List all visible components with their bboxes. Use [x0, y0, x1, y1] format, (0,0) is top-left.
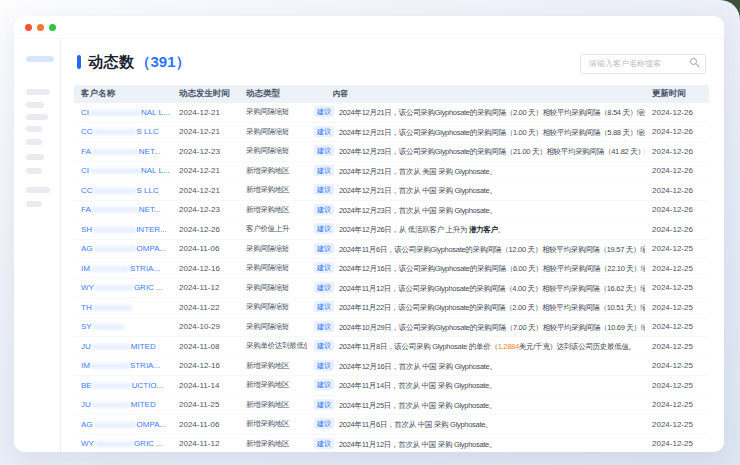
suggestion-badge: 建议	[314, 360, 334, 371]
main-content: 动态数 （391） 客户名称 动态发生时间 动态类型 内容 更新时间	[61, 39, 724, 452]
table-row: THxxxxxxxxxx2024-11-22采购间隔缩短建议2024年11月22…	[74, 298, 709, 318]
table-row: CCxxxxxxxxxxxS LLC2024-12-21新增采购地区建议2024…	[74, 181, 709, 201]
sidebar-menu	[26, 56, 60, 207]
customer-name-link[interactable]: AGxxxxxxxxxxxOMPA...	[81, 244, 166, 253]
redacted-name-segment: xxxxxxxxxx	[92, 303, 132, 312]
event-time-cell: 2024-12-21	[172, 127, 239, 136]
bold-text: 潜力客户	[469, 225, 498, 234]
customer-name-link[interactable]: CIxxxxxxxxxxxxxNAL L...	[81, 166, 170, 175]
sidebar-item[interactable]	[26, 114, 48, 120]
update-time-cell: 2024-12-25	[645, 361, 709, 370]
update-time-cell: 2024-12-26	[645, 108, 709, 117]
customer-name-link[interactable]: THxxxxxxxxxx	[81, 303, 132, 312]
customer-name-link[interactable]: WYxxxxxxxxxxGRIC ...	[81, 283, 163, 292]
content-cell: 建议2024年12月16日，首次从 中国 采购 Glyphosate。	[307, 360, 645, 372]
content-cell: 建议2024年11月12日，该公司采购Glyphosate的采购间隔（4.00 …	[307, 282, 645, 294]
minimize-button[interactable]	[37, 24, 44, 31]
table-row: AGxxxxxxxxxxxOMPA...2024-11-06采购间隔缩短建议20…	[74, 240, 709, 260]
suggestion-badge: 建议	[314, 126, 334, 137]
sidebar-item-active[interactable]	[26, 56, 54, 62]
sidebar-item[interactable]	[26, 89, 50, 95]
suggestion-badge: 建议	[314, 145, 334, 156]
customer-name-link[interactable]: FAxxxxxxxxxxxxNET...	[81, 147, 161, 156]
redacted-name-segment: xxxxxxxxxx	[94, 439, 134, 448]
customer-name-cell: JUxxxxxxxxxxMITED	[74, 342, 172, 351]
table-header-row: 客户名称 动态发生时间 动态类型 内容 更新时间	[74, 85, 709, 103]
suggestion-badge: 建议	[314, 262, 334, 273]
customer-name-link[interactable]: AGxxxxxxxxxxxOMPA...	[81, 420, 166, 429]
customer-name-cell: AGxxxxxxxxxxxOMPA...	[74, 244, 172, 253]
table-row: WYxxxxxxxxxxGRIC ...2024-11-12新增采购地区建议20…	[74, 435, 709, 453]
column-header-update-time: 更新时间	[645, 88, 709, 100]
customer-name-cell: FAxxxxxxxxxxxxNET...	[74, 205, 172, 214]
customer-name-link[interactable]: FAxxxxxxxxxxxxNET...	[81, 205, 161, 214]
suggestion-badge: 建议	[314, 106, 334, 117]
event-time-cell: 2024-12-23	[172, 147, 239, 156]
customer-name-link[interactable]: SYxxxxxxxx	[81, 322, 124, 331]
event-type-cell: 采购间隔缩短	[239, 322, 307, 332]
customer-name-cell: WYxxxxxxxxxxGRIC ...	[74, 439, 172, 448]
sidebar-item[interactable]	[26, 154, 44, 160]
column-header-customer-name: 客户名称	[74, 88, 172, 100]
app-window: 动态数 （391） 客户名称 动态发生时间 动态类型 内容 更新时间	[14, 16, 724, 452]
sidebar-item[interactable]	[26, 187, 50, 193]
redacted-name-segment: xxxxxxxxxxx	[92, 225, 136, 234]
content-cell: 建议2024年10月29日，该公司采购Glyphosate的采购间隔（7.00 …	[307, 321, 645, 333]
event-time-cell: 2024-11-14	[172, 381, 239, 390]
page-title: 动态数	[88, 53, 135, 72]
event-type-cell: 新增采购地区	[239, 166, 307, 176]
event-type-cell: 采购间隔缩短	[239, 283, 307, 293]
update-time-cell: 2024-12-26	[645, 147, 709, 156]
update-time-cell: 2024-12-26	[645, 205, 709, 214]
customer-name-cell: CCxxxxxxxxxxxS LLC	[74, 127, 172, 136]
table-row: IMxxxxxxxxxxSTRIA...2024-12-16采购间隔缩短建议20…	[74, 259, 709, 279]
table-row: JUxxxxxxxxxxMITED2024-11-25新增采购地区建议2024年…	[74, 396, 709, 416]
suggestion-badge: 建议	[314, 379, 334, 390]
suggestion-badge: 建议	[314, 165, 334, 176]
search-icon[interactable]	[690, 58, 699, 67]
table-row: JUxxxxxxxxxxMITED2024-11-08采购单价达到最低值建议20…	[74, 337, 709, 357]
customer-name-link[interactable]: JUxxxxxxxxxxMITED	[81, 342, 156, 351]
content-cell: 建议2024年11月6日，该公司采购Glyphosate的采购间隔（12.00 …	[307, 243, 645, 255]
event-time-cell: 2024-11-06	[172, 420, 239, 429]
content-cell: 建议2024年11月8日，该公司采购 Glyphosate 的单价（1.2884…	[307, 340, 645, 352]
table-row: AGxxxxxxxxxxxOMPA...2024-11-06新增采购地区建议20…	[74, 415, 709, 435]
event-time-cell: 2024-12-26	[172, 225, 239, 234]
event-time-cell: 2024-12-16	[172, 264, 239, 273]
sidebar-item[interactable]	[26, 168, 42, 174]
customer-name-link[interactable]: WYxxxxxxxxxxGRIC ...	[81, 439, 163, 448]
sidebar-item[interactable]	[26, 102, 44, 108]
redacted-name-segment: xxxxxxxxxx	[92, 381, 132, 390]
event-time-cell: 2024-11-22	[172, 303, 239, 312]
event-type-cell: 新增采购地区	[239, 185, 307, 195]
content-cell: 建议2024年12月23日，该公司采购Glyphosate的采购间隔（21.00…	[307, 145, 645, 157]
zoom-button[interactable]	[49, 24, 56, 31]
customer-name-link[interactable]: CCxxxxxxxxxxxS LLC	[81, 186, 159, 195]
customer-name-link[interactable]: IMxxxxxxxxxxSTRIA...	[81, 361, 160, 370]
redacted-name-segment: xxxxxxxxxxx	[93, 420, 137, 429]
search-input[interactable]	[580, 54, 706, 74]
sidebar	[14, 39, 60, 452]
column-header-event-type: 动态类型	[239, 88, 307, 100]
sidebar-item[interactable]	[26, 126, 42, 132]
customer-name-link[interactable]: CCxxxxxxxxxxxS LLC	[81, 127, 159, 136]
highlighted-value: 1.2884	[498, 342, 519, 351]
event-type-cell: 采购间隔缩短	[239, 107, 307, 117]
update-time-cell: 2024-12-25	[645, 264, 709, 273]
redacted-name-segment: xxxxxxxxxx	[90, 361, 130, 370]
sidebar-item[interactable]	[26, 139, 42, 145]
suggestion-badge: 建议	[314, 418, 334, 429]
table-row: FAxxxxxxxxxxxxNET...2024-12-23采购间隔缩短建议20…	[74, 142, 709, 162]
customer-name-link[interactable]: CIxxxxxxxxxxxxxNAL L...	[81, 108, 170, 117]
redacted-name-segment: xxxxxxxxxx	[91, 342, 131, 351]
redacted-name-segment: xxxxxxxx	[92, 322, 124, 331]
customer-name-link[interactable]: BExxxxxxxxxxUCTIO...	[81, 381, 163, 390]
customer-name-link[interactable]: IMxxxxxxxxxxSTRIA...	[81, 264, 160, 273]
customer-name-link[interactable]: SHxxxxxxxxxxxINTER...	[81, 225, 167, 234]
close-button[interactable]	[25, 24, 32, 31]
customer-name-link[interactable]: JUxxxxxxxxxxMITED	[81, 400, 156, 409]
update-time-cell: 2024-12-25	[645, 322, 709, 331]
customer-search	[580, 52, 706, 72]
content-cell: 建议2024年11月22日，该公司采购Glyphosate的采购间隔（2.00 …	[307, 301, 645, 313]
sidebar-item[interactable]	[26, 201, 42, 207]
